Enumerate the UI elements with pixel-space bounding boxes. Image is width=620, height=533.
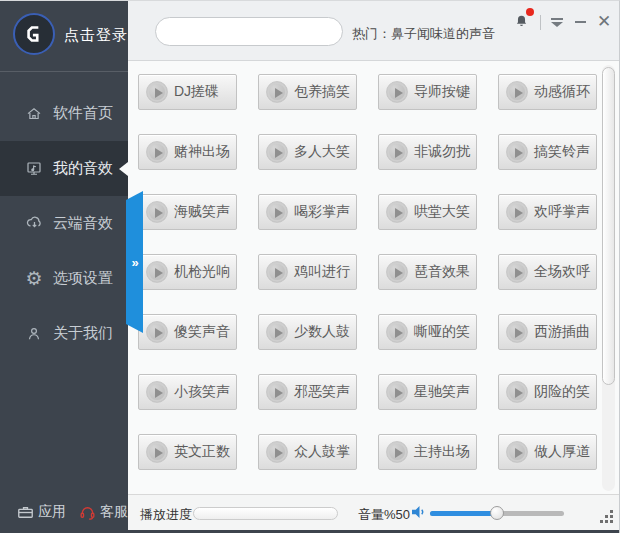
bottombar: 播放进度 音量%50 [128,494,620,531]
sidebar-item-label: 关于我们 [53,324,113,343]
sound-effect-label: 做人厚道 [534,443,590,461]
playback-progress-bar[interactable] [193,507,338,520]
sound-effect-label: 欢呼掌声 [534,203,590,221]
sound-effect-button[interactable]: 傻笑声音 [138,314,237,350]
play-icon [386,141,408,163]
toolbox-icon [16,503,35,522]
sidebar-item-about-us[interactable]: 关于我们 [0,306,128,361]
sound-effect-label: 多人大笑 [294,143,350,161]
sidebar-item-label: 我的音效 [53,159,113,178]
play-icon [146,81,168,103]
sound-effect-button[interactable]: 英文正数 [138,434,237,470]
sidebar-item-label: 软件首页 [53,104,113,123]
sound-effect-button[interactable]: 邪恶笑声 [258,374,357,410]
sound-effect-button[interactable]: 主持出场 [378,434,477,470]
sound-effect-button[interactable]: 少数人鼓 [258,314,357,350]
sound-effect-button[interactable]: 哄堂大笑 [378,194,477,230]
sound-effect-button[interactable]: DJ搓碟 [138,74,237,110]
sound-effect-button[interactable]: 小孩笑声 [138,374,237,410]
notification-icon[interactable] [513,13,531,31]
sound-effect-button[interactable]: 搞笑铃声 [498,134,597,170]
sidebar-item-software-home[interactable]: 软件首页 [0,86,128,141]
sound-effect-button[interactable]: 嘶哑的笑 [378,314,477,350]
sound-effect-label: 西游插曲 [534,323,590,341]
sound-effect-button[interactable]: 喝彩掌声 [258,194,357,230]
sound-effect-button[interactable]: 琶音效果 [378,254,477,290]
volume-handle[interactable] [490,506,504,520]
monitor-music-icon [24,159,44,179]
sound-effect-label: 搞笑铃声 [534,143,590,161]
minimize-button[interactable] [573,15,587,29]
sound-effect-label: 喝彩掌声 [294,203,350,221]
menu-dropdown-icon[interactable] [550,15,564,29]
sound-effect-label: 阴险的笑 [534,383,590,401]
sound-effect-button[interactable]: 海贼笑声 [138,194,237,230]
sidebar-footer: 应用 客服 [0,498,128,526]
sound-effect-button[interactable]: 众人鼓掌 [258,434,357,470]
play-icon [386,381,408,403]
play-icon [266,381,288,403]
sound-effect-label: 哄堂大笑 [414,203,470,221]
apps-label: 应用 [38,503,66,521]
volume-label: 音量%50 [358,506,410,524]
sound-effect-button[interactable]: 阴险的笑 [498,374,597,410]
sound-effect-label: 导师按键 [414,83,470,101]
customer-service-label: 客服 [100,503,128,521]
sound-effect-button[interactable]: 机枪光响 [138,254,237,290]
play-icon [506,261,528,283]
sidebar-divider [0,71,128,72]
sound-effect-button[interactable]: 包养搞笑 [258,74,357,110]
sound-effect-button[interactable]: 做人厚道 [498,434,597,470]
apps-button[interactable]: 应用 [16,503,66,522]
play-icon [266,81,288,103]
sound-effect-label: 小孩笑声 [174,383,230,401]
sidebar-item-label: 云端音效 [53,214,113,233]
sidebar-item-my-sounds[interactable]: 我的音效 [0,141,128,196]
play-icon [386,81,408,103]
sound-effect-label: 英文正数 [174,443,230,461]
sound-effect-button[interactable]: 全场欢呼 [498,254,597,290]
sound-effect-button[interactable]: 星驰笑声 [378,374,477,410]
sidebar-item-settings[interactable]: ⚙ 选项设置 [0,251,128,306]
scrollbar-thumb[interactable] [602,67,615,385]
login-label[interactable]: 点击登录 [64,26,128,45]
window-controls: ✕ [513,11,612,33]
login-area[interactable]: 点击登录 [0,1,128,71]
hot-keyword-text[interactable]: 热门：鼻子闻味道的声音 [352,25,495,43]
sound-effect-label: 非诚勿扰 [414,143,470,161]
play-icon [506,321,528,343]
sound-effect-label: 众人鼓掌 [294,443,350,461]
home-icon [24,104,44,124]
sound-grid: DJ搓碟包养搞笑导师按键动感循环赌神出场多人大笑非诚勿扰搞笑铃声海贼笑声喝彩掌声… [138,74,597,470]
sound-effect-button[interactable]: 鸡叫进行 [258,254,357,290]
sound-effect-label: 海贼笑声 [174,203,230,221]
sound-effect-button[interactable]: 赌神出场 [138,134,237,170]
play-icon [386,321,408,343]
play-icon [266,141,288,163]
customer-service-button[interactable]: 客服 [78,503,128,522]
sound-effect-button[interactable]: 多人大笑 [258,134,357,170]
sound-effect-button[interactable]: 导师按键 [378,74,477,110]
play-icon [266,321,288,343]
chevrons-icon: » [131,255,137,270]
play-icon [506,141,528,163]
speaker-icon[interactable] [409,503,427,521]
sidebar-nav: 软件首页 我的音效 云端音效 [0,86,128,361]
sound-effect-label: 星驰笑声 [414,383,470,401]
volume-slider[interactable] [430,511,564,516]
sidebar: 点击登录 软件首页 我的音效 [0,1,128,533]
sound-effect-button[interactable]: 非诚勿扰 [378,134,477,170]
sound-effect-button[interactable]: 动感循环 [498,74,597,110]
close-button[interactable]: ✕ [596,14,612,30]
play-icon [266,441,288,463]
sidebar-item-cloud-sounds[interactable]: 云端音效 [0,196,128,251]
sidebar-collapse-handle[interactable]: » [126,191,143,333]
gear-icon: ⚙ [24,269,44,289]
cloud-download-icon [24,214,44,234]
app-logo-icon [13,13,55,55]
search-input[interactable] [156,18,343,45]
sound-effect-label: 主持出场 [414,443,470,461]
sound-effect-button[interactable]: 欢呼掌声 [498,194,597,230]
resize-grip[interactable] [598,510,613,525]
sound-effect-button[interactable]: 西游插曲 [498,314,597,350]
